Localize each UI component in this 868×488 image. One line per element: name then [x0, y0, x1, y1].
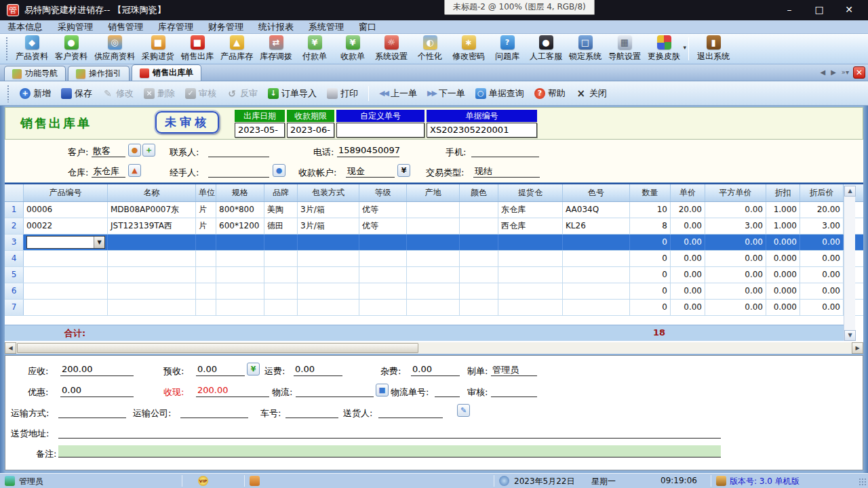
toolbar-drag-handle[interactable] — [5, 37, 8, 61]
grid-row[interactable]: 700.000.000.0000.00 — [5, 300, 863, 316]
horizontal-scroll-thumb[interactable] — [17, 343, 418, 353]
tab-功能导航[interactable]: 功能导航 — [4, 66, 66, 81]
grid-cell[interactable] — [216, 267, 264, 283]
grid-cell[interactable]: 00022 — [24, 218, 108, 234]
toolbar-service-button[interactable]: ●人工客服 — [526, 35, 566, 62]
grid-cell[interactable]: 10 — [630, 202, 671, 218]
grid-cell[interactable]: AA034Q — [563, 202, 630, 218]
toolbar-skin-button[interactable]: 更换皮肤▾ — [644, 35, 684, 62]
grid-cell[interactable]: 0.00 — [800, 283, 844, 299]
tab-操作指引[interactable]: 操作指引 — [68, 66, 130, 81]
transport-mode-field[interactable] — [58, 406, 126, 418]
warehouse-field[interactable]: 东仓库 — [92, 165, 125, 178]
grid-cell[interactable]: KL26 — [563, 218, 630, 234]
grid-cell[interactable] — [460, 283, 498, 299]
grid-row[interactable]: 3▼00.000.000.0000.00 — [5, 235, 863, 251]
import-button[interactable]: ↓订单导入 — [268, 87, 317, 100]
grid-cell[interactable] — [359, 235, 407, 250]
grid-cell[interactable] — [407, 283, 460, 299]
grid-cell[interactable]: 0.00 — [800, 300, 844, 315]
grid-cell[interactable] — [298, 251, 359, 266]
grid-column-header[interactable]: 名称 — [108, 184, 196, 201]
grid-cell[interactable]: 1.000 — [766, 202, 800, 218]
toolbar-pay-button[interactable]: ¥付款单 — [296, 35, 334, 62]
grid-cell[interactable]: 优等 — [359, 218, 407, 234]
grid-cell[interactable]: 0 — [630, 283, 671, 299]
grid-cell[interactable]: 8 — [630, 218, 671, 234]
grid-cell[interactable]: 美陶 — [264, 202, 298, 218]
grid-cell[interactable]: 0.000 — [766, 235, 800, 250]
grid-cell[interactable]: 0.00 — [671, 235, 705, 250]
contact-field[interactable] — [208, 145, 269, 157]
menu-item-窗口[interactable]: 窗口 — [351, 20, 384, 33]
grid-column-header[interactable]: 产品编号 — [24, 184, 108, 201]
grid-cell[interactable] — [216, 251, 264, 266]
grid-cell[interactable] — [359, 251, 407, 266]
grid-cell[interactable]: 800*800 — [216, 202, 264, 218]
grid-cell[interactable]: 1.000 — [766, 218, 800, 234]
grid-cell[interactable] — [563, 283, 630, 299]
grid-cell[interactable] — [498, 283, 563, 299]
menu-item-库存管理[interactable]: 库存管理 — [151, 20, 201, 33]
tab-close-button[interactable]: ✕ — [853, 66, 865, 79]
menu-item-财务管理[interactable]: 财务管理 — [201, 20, 251, 33]
prepaid-field[interactable]: 0.00 — [196, 364, 245, 376]
grid-cell[interactable]: 0.00 — [705, 202, 766, 218]
grid-cell[interactable]: 德田 — [264, 218, 298, 234]
grid-cell[interactable] — [359, 267, 407, 283]
grid-cell[interactable] — [563, 251, 630, 266]
grid-row[interactable]: 200022JST123139TA西片600*1200德田3片/箱优等西仓库KL… — [5, 218, 863, 235]
grid-cell[interactable] — [196, 251, 216, 266]
receivable-field[interactable]: 200.00 — [60, 364, 134, 376]
account-field[interactable]: 现金 — [346, 165, 395, 178]
toolbar-settings-button[interactable]: ☼系统设置 — [372, 35, 411, 62]
grid-cell[interactable] — [359, 283, 407, 299]
dropdown-arrow-icon[interactable]: ▾ — [683, 44, 686, 51]
grid-cell[interactable]: 东仓库 — [498, 202, 563, 218]
grid-row[interactable]: 100006MDB08AP0007东片800*800美陶3片/箱优等东仓库AA0… — [5, 202, 863, 218]
grid-cell[interactable] — [407, 218, 460, 234]
product-code-combobox[interactable]: ▼ — [26, 236, 105, 249]
logistics-field[interactable] — [296, 385, 374, 397]
grid-cell[interactable]: 0 — [630, 267, 671, 283]
toolbar-purchase-button[interactable]: ■采购进货 — [138, 35, 178, 62]
grid-cell[interactable] — [264, 235, 298, 250]
grid-cell[interactable] — [407, 267, 460, 283]
grid-cell[interactable]: 0.00 — [800, 267, 844, 283]
toolbar-nav-button[interactable]: ▦导航设置 — [605, 35, 644, 62]
grid-cell[interactable]: 0.00 — [671, 218, 705, 234]
grid-cell[interactable] — [196, 267, 216, 283]
freight-field[interactable]: 0.00 — [294, 364, 342, 376]
logistics-pick-button[interactable]: ■ — [376, 384, 389, 396]
grid-column-header[interactable]: 单位 — [196, 184, 216, 201]
grid-cell[interactable] — [216, 283, 264, 299]
grid-horizontal-scrollbar[interactable]: ◀ ▶ — [5, 342, 863, 354]
grid-cell[interactable] — [108, 235, 196, 250]
toolbar-supplier-button[interactable]: ◎供应商资料 — [91, 35, 138, 62]
grid-cell[interactable]: 0.000 — [766, 251, 800, 266]
grid-cell[interactable] — [498, 251, 563, 266]
grid-cell[interactable]: 0 — [630, 235, 671, 250]
vehicle-field[interactable] — [285, 406, 338, 418]
grid-cell[interactable] — [563, 267, 630, 283]
tab-list-icon[interactable]: »▾ — [842, 68, 849, 76]
grid-cell[interactable]: 0.00 — [800, 251, 844, 266]
doc-field-value[interactable]: 2023-05-22 — [235, 123, 285, 138]
menu-item-系统管理[interactable]: 系统管理 — [301, 20, 351, 33]
toolbar-customer-button[interactable]: ●客户资料 — [52, 35, 91, 62]
trade-type-field[interactable]: 现结 — [473, 165, 540, 178]
customer-add-button[interactable]: + — [142, 144, 155, 157]
grid-cell[interactable] — [24, 251, 108, 266]
grid-cell[interactable]: 00006 — [24, 202, 108, 218]
grid-cell[interactable] — [298, 283, 359, 299]
grid-row[interactable]: 500.000.000.0000.00 — [5, 267, 863, 283]
grid-vertical-scrollbar[interactable]: ▲ ▼ — [844, 186, 855, 341]
grid-cell[interactable]: 西仓库 — [498, 218, 563, 234]
grid-cell[interactable] — [196, 235, 216, 250]
grid-column-header[interactable]: 等级 — [359, 184, 407, 201]
grid-cell[interactable] — [298, 300, 359, 315]
grid-cell[interactable] — [298, 267, 359, 283]
account-pick-button[interactable]: ¥ — [397, 164, 410, 177]
grid-cell[interactable] — [24, 283, 108, 299]
handler-pick-button[interactable]: ● — [273, 164, 285, 177]
